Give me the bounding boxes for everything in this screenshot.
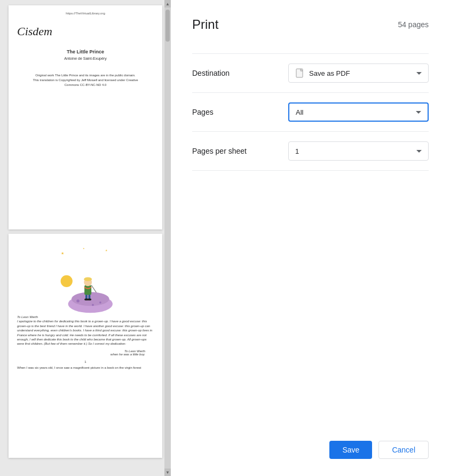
pages-per-sheet-label: Pages per sheet: [192, 147, 288, 155]
print-title: Print: [192, 17, 218, 32]
pages-container: https://TheVirtualLibrary.org Cisdem The…: [3, 0, 168, 463]
page1-logo: Cisdem: [17, 25, 154, 38]
scroll-down-arrow[interactable]: ▼: [164, 469, 171, 476]
svg-text:★: ★: [105, 249, 108, 252]
page2-body-text: I apologize to the children for dedicati…: [17, 319, 154, 346]
destination-value: Save as PDF: [309, 69, 350, 77]
page2-number: 1: [17, 360, 154, 363]
destination-chevron-icon: [416, 72, 422, 75]
svg-point-16: [92, 304, 94, 306]
svg-line-13: [91, 285, 96, 292]
pages-per-sheet-select[interactable]: 1: [288, 141, 429, 161]
page-preview-2: ★ ★ ★: [9, 234, 162, 458]
pages-select[interactable]: All: [288, 102, 429, 122]
print-header: Print 54 pages: [192, 17, 429, 32]
preview-panel: https://TheVirtualLibrary.org Cisdem The…: [0, 0, 171, 476]
destination-select-wrapper: Save as PDF: [288, 64, 429, 83]
scrollbar-thumb[interactable]: [165, 10, 170, 42]
page1-title: The Little Prince: [17, 49, 154, 54]
destination-select[interactable]: Save as PDF: [288, 64, 429, 83]
scrollbar[interactable]: ▲ ▼: [164, 0, 171, 476]
page1-url: https://TheVirtualLibrary.org: [17, 12, 154, 15]
page2-dedication-to: To Leon Werth when he was a little boy.: [17, 350, 145, 356]
page1-author: Antoine de Saint-Exupéry: [17, 57, 154, 60]
pages-value: All: [296, 108, 303, 116]
svg-text:★: ★: [83, 248, 85, 250]
print-settings: Destination Save as PDF: [192, 53, 429, 430]
destination-label: Destination: [192, 69, 288, 77]
pages-chevron-icon: [416, 111, 421, 114]
svg-text:★: ★: [61, 251, 64, 255]
svg-rect-6: [84, 285, 91, 295]
svg-point-12: [88, 298, 91, 300]
button-row: Save Cancel: [192, 430, 429, 459]
pages-per-sheet-select-wrapper: 1: [288, 141, 429, 161]
svg-point-3: [61, 275, 73, 287]
save-button[interactable]: Save: [329, 441, 372, 459]
cancel-button[interactable]: Cancel: [378, 441, 429, 459]
pages-row: Pages All: [192, 93, 429, 132]
svg-point-8: [84, 277, 92, 281]
page1-copyright: Original work The Little Prince and its …: [17, 73, 154, 88]
pages-label: Pages: [192, 108, 288, 116]
print-panel: Print 54 pages Destination: [171, 0, 450, 476]
pages-per-sheet-value: 1: [295, 147, 299, 155]
pages-per-sheet-row: Pages per sheet 1: [192, 132, 429, 171]
svg-point-14: [76, 299, 80, 303]
little-prince-illustration: ★ ★ ★: [53, 245, 117, 310]
page2-bottom-text: When I was six years old, I once saw a m…: [17, 366, 154, 370]
pages-per-sheet-chevron-icon: [416, 150, 422, 153]
pdf-icon: [295, 68, 305, 78]
svg-point-15: [99, 302, 101, 304]
page2-dedication-header: To Leon Werth: [17, 315, 154, 319]
print-pages-count: 54 pages: [398, 20, 429, 29]
destination-row: Destination Save as PDF: [192, 53, 429, 93]
pages-per-sheet-control: 1: [288, 141, 429, 161]
destination-control: Save as PDF: [288, 64, 429, 83]
pages-control: All: [288, 102, 429, 122]
pages-select-wrapper: All: [288, 102, 429, 122]
scroll-up-arrow[interactable]: ▲: [164, 0, 171, 7]
page-preview-1: https://TheVirtualLibrary.org Cisdem The…: [9, 5, 162, 229]
